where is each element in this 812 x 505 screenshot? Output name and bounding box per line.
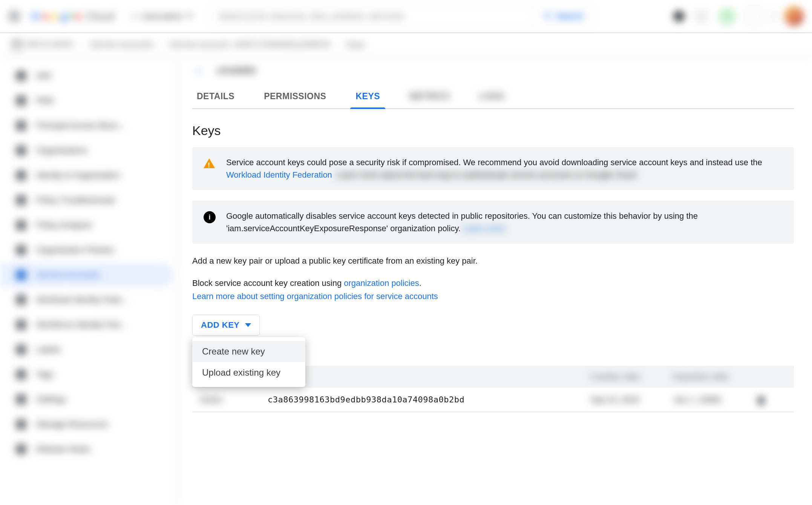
link-learn-more-exposure[interactable]: Learn more bbox=[463, 224, 506, 233]
cell-status: Active bbox=[200, 395, 268, 405]
policies-icon bbox=[16, 245, 26, 255]
org-icon bbox=[16, 145, 26, 156]
sidebar-item-manage-resources[interactable]: Manage Resources bbox=[0, 412, 173, 437]
gemini-icon[interactable] bbox=[672, 9, 686, 23]
tab-keys[interactable]: KEYS bbox=[354, 84, 381, 108]
main-header: ← unstable bbox=[192, 63, 794, 77]
sidebar-item-labels[interactable]: Labels bbox=[0, 337, 173, 362]
sidebar-item-identity-org[interactable]: Identity & Organization bbox=[0, 163, 173, 188]
back-arrow-icon[interactable]: ← bbox=[192, 63, 206, 77]
notes-icon bbox=[16, 444, 26, 454]
breadcrumb-item[interactable]: Service accounts bbox=[90, 40, 153, 49]
sidebar-item-org-policies[interactable]: Organization Policies bbox=[0, 238, 173, 262]
col-created: Creation date bbox=[590, 372, 673, 382]
iam-admin-icon bbox=[12, 40, 22, 50]
sidebar-item-settings[interactable]: Settings bbox=[0, 387, 173, 412]
id-icon bbox=[16, 170, 26, 181]
boundary-icon bbox=[16, 120, 26, 131]
sidebar-item-release-notes[interactable]: Release Notes bbox=[0, 437, 173, 462]
notifications-icon[interactable] bbox=[694, 9, 709, 24]
lock-icon bbox=[16, 95, 26, 106]
sidebar-item-orgs[interactable]: Organizations bbox=[0, 138, 173, 163]
sidebar-item-pam[interactable]: PAM bbox=[0, 88, 173, 113]
search-button-label: Search bbox=[556, 11, 583, 21]
svg-point-0 bbox=[545, 13, 550, 18]
layout: IAM PAM Principal Access Boun... Organiz… bbox=[0, 57, 812, 505]
link-workload-identity[interactable]: Workload Identity Federation bbox=[226, 170, 332, 180]
search-input[interactable] bbox=[210, 11, 534, 21]
resources-icon bbox=[16, 419, 26, 430]
breadcrumb-item: Keys bbox=[346, 40, 365, 49]
add-key-label: ADD KEY bbox=[201, 320, 240, 330]
chevron-down-icon bbox=[187, 14, 193, 18]
sidebar-item-iam[interactable]: IAM bbox=[0, 63, 173, 88]
service-account-icon bbox=[16, 270, 26, 280]
cell-delete[interactable] bbox=[756, 394, 786, 405]
logo-cloud-text: Cloud bbox=[85, 10, 114, 23]
breadcrumb: IAM & Admin › Service accounts › Service… bbox=[0, 33, 812, 57]
help-text: Add a new key pair or upload a public ke… bbox=[192, 254, 663, 303]
project-icon bbox=[131, 13, 138, 20]
account-avatar[interactable] bbox=[784, 6, 804, 26]
people-icon bbox=[16, 71, 26, 81]
sidebar-item-policy-analyzer[interactable]: Policy Analyzer bbox=[0, 213, 173, 238]
cell-expires: Jan 1, 10000 bbox=[673, 395, 756, 405]
topbar-right bbox=[674, 6, 804, 26]
tab-metrics[interactable]: METRICS bbox=[408, 84, 451, 108]
dropdown-upload-existing-key[interactable]: Upload existing key bbox=[192, 362, 305, 383]
tab-permissions[interactable]: PERMISSIONS bbox=[262, 84, 328, 108]
svg-line-1 bbox=[549, 17, 551, 19]
breadcrumb-root[interactable]: IAM & Admin bbox=[12, 39, 74, 49]
banner-warning-text: Service account keys could pose a securi… bbox=[226, 156, 783, 181]
tabs: DETAILS PERMISSIONS KEYS METRICS LOGS bbox=[192, 84, 794, 109]
warning-icon bbox=[204, 158, 216, 170]
labels-icon bbox=[16, 344, 26, 355]
workload-icon bbox=[16, 295, 26, 305]
service-account-title: unstable bbox=[216, 64, 256, 76]
add-key-dropdown: Create new key Upload existing key bbox=[192, 337, 305, 387]
info-icon: i bbox=[204, 211, 216, 223]
help-text-line-2: Block service account key creation using… bbox=[192, 276, 663, 290]
link-learn-more-policies[interactable]: Learn more about setting organization po… bbox=[192, 292, 438, 301]
col-key: Key bbox=[268, 372, 590, 382]
col-expires: Expiration date bbox=[673, 372, 756, 382]
dropdown-create-new-key[interactable]: Create new key bbox=[192, 341, 305, 362]
banner-info: i Google automatically disables service … bbox=[192, 201, 794, 244]
sidebar-item-tags[interactable]: Tags bbox=[0, 362, 173, 387]
help-text-line-1: Add a new key pair or upload a public ke… bbox=[192, 254, 663, 267]
project-picker[interactable]: cloud-admin bbox=[125, 9, 199, 24]
topbar: Google Cloud cloud-admin Search bbox=[0, 0, 812, 33]
search-button[interactable]: Search bbox=[533, 6, 593, 26]
global-search[interactable]: Search bbox=[209, 6, 594, 27]
chevron-down-icon bbox=[245, 323, 251, 327]
sidebar-item-policy-troubleshooter[interactable]: Policy Troubleshooter bbox=[0, 188, 173, 213]
link-org-policies[interactable]: organization policies bbox=[344, 278, 419, 288]
sidebar-item-service-accounts[interactable]: Service Accounts bbox=[0, 262, 173, 287]
trash-icon bbox=[756, 394, 766, 405]
divider bbox=[773, 10, 774, 23]
workforce-icon bbox=[16, 319, 26, 330]
breadcrumb-item[interactable]: Service account: 154071764040012345678 bbox=[169, 40, 330, 49]
add-key-wrapper: ADD KEY Create new key Upload existing k… bbox=[192, 315, 260, 336]
tags-icon bbox=[16, 369, 26, 380]
sidebar: IAM PAM Principal Access Boun... Organiz… bbox=[0, 57, 177, 505]
tab-logs[interactable]: LOGS bbox=[478, 84, 506, 108]
sidebar-item-pab[interactable]: Principal Access Boun... bbox=[0, 113, 173, 138]
sidebar-item-workload-identity[interactable]: Workload Identity Fede... bbox=[0, 287, 173, 312]
gear-icon bbox=[16, 394, 26, 405]
add-key-button[interactable]: ADD KEY bbox=[192, 315, 260, 336]
utilities-icon[interactable] bbox=[746, 8, 763, 25]
help-icon[interactable] bbox=[719, 8, 736, 25]
sidebar-item-workforce-identity[interactable]: Workforce Identity Fed... bbox=[0, 312, 173, 337]
tab-details[interactable]: DETAILS bbox=[195, 84, 236, 108]
banner-info-text: Google automatically disables service ac… bbox=[226, 210, 783, 235]
analyzer-icon bbox=[16, 220, 26, 230]
col-actions bbox=[756, 372, 786, 382]
banner-security-warning: Service account keys could pose a securi… bbox=[192, 147, 794, 190]
main-content: ← unstable DETAILS PERMISSIONS KEYS METR… bbox=[177, 57, 812, 505]
troubleshoot-icon bbox=[16, 195, 26, 206]
hamburger-menu-icon[interactable] bbox=[8, 10, 20, 22]
cell-created: Sep 23, 2024 bbox=[590, 395, 673, 405]
google-cloud-logo[interactable]: Google Cloud bbox=[31, 10, 115, 23]
help-text-line-3: Learn more about setting organization po… bbox=[192, 290, 663, 303]
